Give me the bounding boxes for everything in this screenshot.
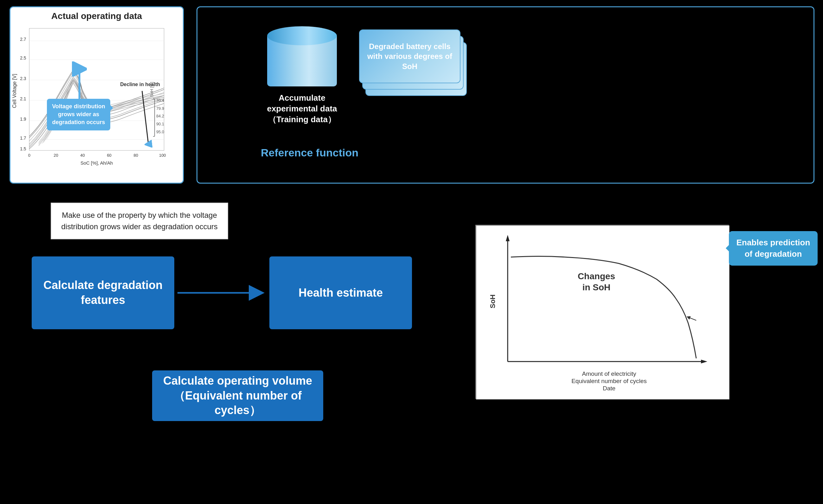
property-box: Make use of the property by which the vo… [51, 203, 228, 239]
svg-text:20: 20 [53, 153, 58, 158]
svg-text:70.4: 70.4 [156, 98, 164, 103]
svg-text:80: 80 [133, 153, 138, 158]
svg-text:1.7: 1.7 [20, 136, 26, 141]
svg-text:60: 60 [107, 153, 111, 158]
svg-text:84.2: 84.2 [156, 114, 164, 118]
property-box-text: Make use of the property by which the vo… [61, 211, 218, 231]
bottom-section: Make use of the property by which the vo… [0, 193, 823, 503]
card-3: Degraded battery cells with various degr… [359, 29, 461, 83]
svg-text:SoH: SoH [489, 294, 497, 308]
reference-function-label: Reference function [261, 147, 358, 159]
health-estimate-button[interactable]: Health estimate [269, 256, 412, 329]
svg-text:90.1: 90.1 [156, 121, 164, 126]
svg-text:2.3: 2.3 [20, 76, 26, 81]
calculate-operating-button[interactable]: Calculate operating volume（Equivalent nu… [152, 370, 323, 421]
svg-text:Date: Date [603, 385, 616, 392]
main-container: Actual operating data Cell Voltage [V] 2… [0, 0, 823, 504]
database-cylinder [267, 26, 337, 89]
svg-text:SoC [%], Ah/Ah: SoC [%], Ah/Ah [80, 161, 113, 166]
svg-text:Changes: Changes [578, 271, 615, 281]
svg-text:Amount of electricity: Amount of electricity [582, 370, 636, 377]
soh-chart: SoH Amount of electricity Equivalent num… [476, 225, 729, 400]
enables-prediction-text: Enables prediction of degradation [736, 238, 810, 259]
svg-text:2.7: 2.7 [20, 37, 26, 42]
svg-text:SoH [%]: SoH [%] [149, 82, 154, 97]
svg-text:1.9: 1.9 [20, 116, 26, 121]
voltage-distribution-bubble: Voltage distribution grows wider as degr… [47, 99, 110, 131]
chart-area: Cell Voltage [V] 2.7 2.5 2.3 2.1 1.9 1.7… [10, 23, 183, 175]
svg-rect-0 [29, 28, 164, 151]
enables-prediction-bubble: Enables prediction of degradation [729, 231, 818, 266]
arrow-degradation-to-health [177, 283, 269, 302]
svg-text:in SoH: in SoH [583, 282, 611, 292]
svg-text:40: 40 [80, 153, 85, 158]
cylinder-wrapper: Accumulate experimental data （Training d… [261, 26, 343, 125]
top-right-panel: Accumulate experimental data （Training d… [196, 6, 814, 184]
svg-text:Equivalent number of cycles: Equivalent number of cycles [571, 378, 647, 384]
panel-title: Actual operating data [10, 7, 183, 23]
svg-text:2.5: 2.5 [20, 55, 26, 60]
top-left-panel: Actual operating data Cell Voltage [V] 2… [9, 6, 184, 184]
soh-chart-container: SoH Amount of electricity Equivalent num… [475, 225, 729, 399]
svg-text:79.9: 79.9 [156, 106, 164, 111]
svg-text:2.1: 2.1 [20, 96, 26, 101]
svg-text:100: 100 [159, 153, 166, 158]
calculate-degradation-button[interactable]: Calculate degradation features [32, 256, 174, 329]
cylinder-top [267, 26, 337, 45]
svg-text:0: 0 [28, 153, 30, 158]
card-label: Degraded battery cells with various degr… [360, 38, 460, 74]
svg-text:95.0: 95.0 [156, 130, 164, 134]
stacked-cards: Degraded battery cells with various degr… [359, 29, 467, 105]
cylinder-label: Accumulate experimental data （Training d… [261, 93, 343, 125]
svg-text:1.5: 1.5 [20, 146, 26, 151]
database-container: Accumulate experimental data （Training d… [261, 26, 467, 125]
svg-text:Cell Voltage [V]: Cell Voltage [V] [12, 74, 17, 108]
